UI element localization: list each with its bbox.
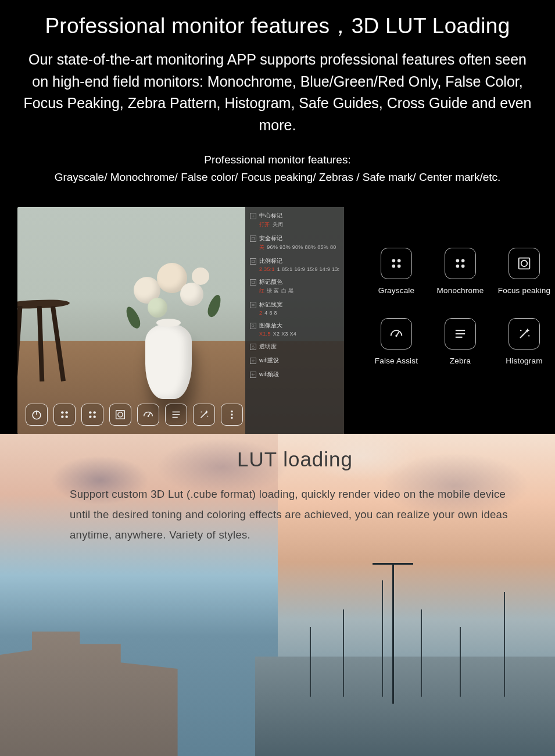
overlay-menu-label: 安全标记 xyxy=(259,234,282,243)
svg-point-41 xyxy=(461,265,465,268)
svg-point-43 xyxy=(521,261,528,267)
preview-toolbar xyxy=(26,404,243,426)
app-preview: 中心标记 打开关闭 安全标记 关96% 93% 90% 88% 85% 80 比… xyxy=(17,207,344,434)
svg-rect-42 xyxy=(519,258,530,269)
overlay-menu-label: 透明度 xyxy=(259,343,277,351)
overlay-menu-item[interactable]: 标记线宽 24 6 8 xyxy=(250,301,339,316)
more-button[interactable] xyxy=(221,404,243,426)
svg-point-20 xyxy=(93,415,95,418)
svg-point-50 xyxy=(520,330,521,331)
overlay-menu-label: 比例标记 xyxy=(259,257,282,265)
square-icon xyxy=(250,236,256,242)
feature-grid: Grayscale Monochrome Focus peaking False… xyxy=(367,207,555,388)
svg-rect-2 xyxy=(252,237,255,240)
overlay-menu-item[interactable]: 图像放大 X1.5X2 X3 X4 xyxy=(250,322,339,337)
svg-rect-3 xyxy=(252,260,255,263)
feature-histogram[interactable]: Histogram xyxy=(495,318,553,365)
overlay-menu-item[interactable]: 透明度 xyxy=(250,343,339,351)
overlay-menu-item[interactable]: wifi重设 xyxy=(250,356,339,365)
wave-icon xyxy=(250,372,256,378)
svg-rect-21 xyxy=(116,411,125,419)
svg-point-29 xyxy=(201,412,202,413)
overlay-menu-label: 标记线宽 xyxy=(259,301,282,309)
drop-icon xyxy=(250,344,256,350)
svg-point-33 xyxy=(231,417,232,419)
svg-point-24 xyxy=(148,415,149,417)
svg-point-45 xyxy=(395,335,397,337)
feature-label: Monochrome xyxy=(437,286,484,295)
gauge-button[interactable] xyxy=(137,404,159,426)
settings-overlay-menu: 中心标记 打开关闭 安全标记 关96% 93% 90% 88% 85% 80 比… xyxy=(245,207,344,434)
svg-point-30 xyxy=(207,416,209,417)
feature-label: False Assist xyxy=(375,356,418,365)
svg-point-10 xyxy=(253,361,253,362)
svg-point-34 xyxy=(392,259,396,263)
wand-icon xyxy=(509,318,540,350)
lut-title: LUT loading xyxy=(70,448,520,471)
overlay-menu-item[interactable]: 中心标记 打开关闭 xyxy=(250,212,339,229)
lines3-icon xyxy=(445,318,476,350)
svg-point-8 xyxy=(252,324,254,327)
overlay-menu-item[interactable]: 标记颜色 红绿 蓝 白 黑 xyxy=(250,278,339,295)
svg-line-9 xyxy=(254,326,255,327)
preview-photo-stool xyxy=(17,277,81,393)
overlay-menu-item[interactable]: 比例标记 2.35:11.85:1 16:9 15:9 14:9 13:9 xyxy=(250,257,339,272)
dots4-icon xyxy=(381,248,412,279)
feature-label: Focus peaking xyxy=(498,286,550,295)
preview-photo-flowers xyxy=(122,259,221,335)
lut-description: Support custom 3D Lut (.cube format) loa… xyxy=(70,484,511,545)
feature-false-assist[interactable]: False Assist xyxy=(367,318,425,365)
svg-point-22 xyxy=(118,412,123,417)
page-description: Our state-of-the-art monitoring APP supp… xyxy=(17,49,538,136)
dots4-button[interactable] xyxy=(81,404,103,426)
svg-point-37 xyxy=(398,265,401,268)
overlay-menu-values: 关96% 93% 90% 88% 85% 80 xyxy=(250,244,339,251)
svg-rect-4 xyxy=(252,281,255,284)
overlay-menu-label: 中心标记 xyxy=(259,212,282,220)
svg-point-14 xyxy=(65,411,67,413)
svg-point-31 xyxy=(231,411,232,412)
overlay-menu-item[interactable]: 安全标记 关96% 93% 90% 88% 85% 80 xyxy=(250,234,339,251)
overlay-menu-label: wifi频段 xyxy=(259,370,279,379)
overlay-menu-label: wifi重设 xyxy=(259,356,279,365)
overlay-menu-values: 打开关闭 xyxy=(250,221,339,229)
dots4-button[interactable] xyxy=(53,404,76,426)
overlay-menu-item[interactable]: wifi频段 xyxy=(250,370,339,379)
wand-button[interactable] xyxy=(193,404,215,426)
overlay-menu-label: 标记颜色 xyxy=(259,278,282,286)
svg-point-35 xyxy=(398,259,401,263)
page-title: Professional monitor features，3D LUT Loa… xyxy=(17,12,538,41)
feature-label: Histogram xyxy=(506,356,542,365)
svg-point-39 xyxy=(461,259,465,263)
lines-icon xyxy=(250,302,256,308)
feature-focus-peaking[interactable]: Focus peaking xyxy=(495,248,553,295)
svg-point-17 xyxy=(89,411,91,413)
features-subtitle: Professional monitor features: xyxy=(17,154,538,166)
wifi-icon xyxy=(250,358,256,364)
focus-button[interactable] xyxy=(109,404,131,426)
svg-point-40 xyxy=(456,265,460,268)
overlay-menu-values: X1.5X2 X3 X4 xyxy=(250,331,339,337)
power-button[interactable] xyxy=(26,404,48,426)
feature-grayscale[interactable]: Grayscale xyxy=(367,248,425,295)
feature-zebra[interactable]: Zebra xyxy=(431,318,489,365)
lut-section: LUT loading Support custom 3D Lut (.cube… xyxy=(0,434,555,756)
overlay-menu-values: 24 6 8 xyxy=(250,310,339,316)
square-icon xyxy=(250,279,256,286)
svg-point-16 xyxy=(65,415,67,418)
overlay-menu-label: 图像放大 xyxy=(259,322,282,330)
top-section: Professional monitor features，3D LUT Loa… xyxy=(0,0,555,434)
svg-point-13 xyxy=(61,411,63,413)
square-icon xyxy=(250,258,256,265)
zoom-icon xyxy=(250,323,256,329)
svg-point-15 xyxy=(61,415,63,418)
svg-point-19 xyxy=(89,415,91,418)
svg-point-51 xyxy=(528,335,529,336)
lines3-button[interactable] xyxy=(165,404,187,426)
focus-icon xyxy=(509,248,540,279)
svg-point-38 xyxy=(456,259,460,263)
feature-monochrome[interactable]: Monochrome xyxy=(431,248,489,295)
features-sublist: Grayscale/ Monochrome/ False color/ Focu… xyxy=(17,171,538,184)
svg-point-32 xyxy=(231,413,232,415)
gauge-icon xyxy=(381,318,412,350)
